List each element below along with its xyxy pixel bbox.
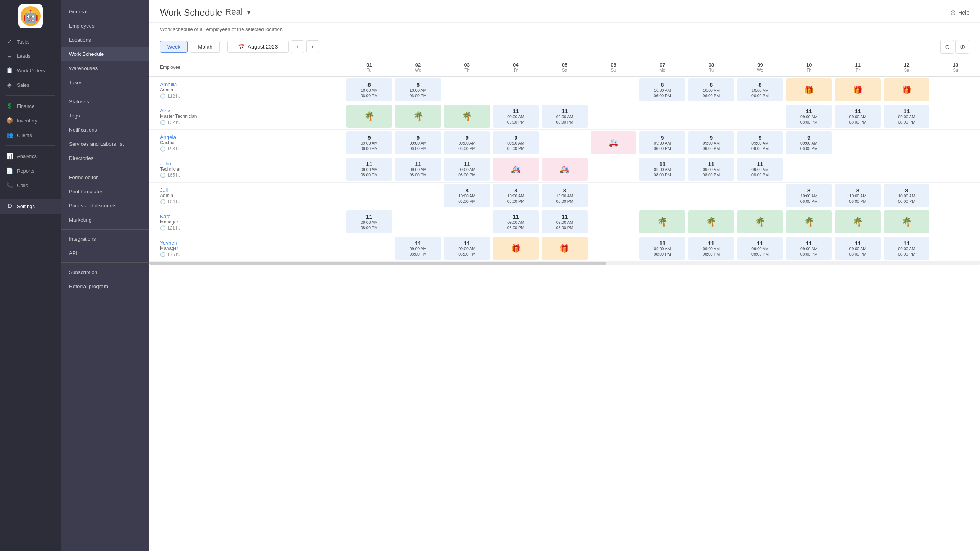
table-cell-shift[interactable]: 11 09:00 AM 08:00 PM — [540, 209, 589, 235]
table-cell-holiday[interactable]: 🎁 — [882, 77, 931, 103]
table-cell-holiday[interactable]: 🎁 — [540, 235, 589, 262]
table-cell-shift[interactable]: 11 09:00 AM 08:00 PM — [882, 103, 931, 130]
table-cell-shift[interactable]: 11 09:00 AM 08:00 PM — [687, 156, 736, 183]
table-cell-shift[interactable]: 11 09:00 AM 08:00 PM — [736, 235, 785, 262]
sec-general[interactable]: General — [61, 5, 149, 19]
nav-work-orders[interactable]: 📋 Work Orders — [0, 63, 61, 78]
week-tab-button[interactable]: Week — [160, 41, 188, 53]
table-cell-vacation[interactable]: 🌴 — [833, 209, 882, 235]
table-cell-shift[interactable]: 11 09:00 AM 08:00 PM — [736, 156, 785, 183]
table-cell-shift[interactable]: 9 09:00 AM 06:00 PM — [736, 130, 785, 156]
table-cell-vacation[interactable]: 🌴 — [882, 209, 931, 235]
employee-name[interactable]: Kate — [160, 214, 337, 219]
sec-print-templates[interactable]: Print templates — [61, 184, 149, 199]
prev-period-button[interactable]: ‹ — [291, 40, 304, 53]
table-cell-shift[interactable]: 9 09:00 AM 06:00 PM — [443, 130, 492, 156]
table-cell-shift[interactable]: 11 09:00 AM 08:00 PM — [638, 235, 687, 262]
sec-statuses[interactable]: Statuses — [61, 95, 149, 109]
help-button[interactable]: ⊙ Help — [950, 8, 969, 17]
table-cell-sick[interactable]: 🚑 — [540, 156, 589, 183]
table-cell-vacation[interactable]: 🌴 — [443, 103, 492, 130]
table-cell-shift[interactable]: 11 09:00 AM 08:00 PM — [394, 235, 443, 262]
schedule-container[interactable]: Employee 01Tu 02We 03Th 04Fr 05Sa 06Su 0… — [149, 58, 980, 551]
scroll-track[interactable] — [149, 262, 980, 265]
table-cell-shift[interactable]: 11 09:00 AM 08:00 PM — [540, 103, 589, 130]
table-cell-vacation[interactable]: 🌴 — [638, 209, 687, 235]
employee-name[interactable]: Alex — [160, 108, 337, 114]
table-cell-shift[interactable]: 8 10:00 AM 06:00 PM — [443, 183, 492, 209]
nav-tasks[interactable]: ✓ Tasks — [0, 34, 61, 49]
table-cell-sick[interactable]: 🚑 — [589, 130, 638, 156]
table-cell-shift[interactable]: 9 09:00 AM 06:00 PM — [492, 130, 541, 156]
nav-calls[interactable]: 📞 Calls — [0, 178, 61, 192]
table-cell-vacation[interactable]: 🌴 — [394, 103, 443, 130]
sec-locations[interactable]: Locations — [61, 33, 149, 47]
sec-notifications[interactable]: Notifications — [61, 123, 149, 137]
sec-warehouses[interactable]: Warehouses — [61, 61, 149, 75]
sec-employees[interactable]: Employees — [61, 19, 149, 33]
table-cell-shift[interactable]: 8 10:00 AM 06:00 PM — [492, 183, 541, 209]
table-cell-vacation[interactable]: 🌴 — [345, 103, 394, 130]
table-cell-shift[interactable]: 8 10:00 AM 06:00 PM — [394, 77, 443, 103]
table-cell-shift[interactable]: 11 09:00 AM 08:00 PM — [784, 235, 833, 262]
table-cell-shift[interactable]: 11 09:00 AM 08:00 PM — [833, 235, 882, 262]
table-cell-shift[interactable]: 11 09:00 AM 08:00 PM — [345, 209, 394, 235]
nav-reports[interactable]: 📄 Reports — [0, 163, 61, 178]
nav-leads[interactable]: ≡ Leads — [0, 49, 61, 63]
employee-name[interactable]: Angela — [160, 134, 337, 140]
zoom-in-button[interactable]: ⊕ — [956, 40, 969, 54]
table-cell-holiday[interactable]: 🎁 — [492, 235, 541, 262]
table-cell-shift[interactable]: 11 09:00 AM 08:00 PM — [784, 103, 833, 130]
table-cell-shift[interactable]: 11 09:00 AM 08:00 PM — [345, 156, 394, 183]
nav-clients[interactable]: 👥 Clients — [0, 128, 61, 142]
table-cell-shift[interactable]: 8 10:00 AM 06:00 PM — [345, 77, 394, 103]
table-cell-shift[interactable]: 11 09:00 AM 08:00 PM — [638, 156, 687, 183]
sec-integrations[interactable]: Integrations — [61, 232, 149, 246]
nav-sales[interactable]: ◈ Sales — [0, 78, 61, 92]
page-title-variant[interactable]: Real ▾ — [225, 7, 250, 18]
table-cell-shift[interactable]: 9 09:00 AM 06:00 PM — [345, 130, 394, 156]
employee-name[interactable]: Juli — [160, 187, 337, 193]
nav-inventory[interactable]: 📦 Inventory — [0, 113, 61, 128]
employee-name[interactable]: John — [160, 161, 337, 166]
table-cell-shift[interactable]: 9 09:00 AM 06:00 PM — [638, 130, 687, 156]
table-cell-shift[interactable]: 8 10:00 AM 06:00 PM — [540, 183, 589, 209]
nav-analytics[interactable]: 📊 Analytics — [0, 149, 61, 163]
nav-finance[interactable]: 💲 Finance — [0, 99, 61, 113]
sec-marketing[interactable]: Marketing — [61, 213, 149, 227]
table-cell-shift[interactable]: 9 09:00 AM 06:00 PM — [394, 130, 443, 156]
month-tab-button[interactable]: Month — [191, 41, 220, 53]
table-cell-shift[interactable]: 11 09:00 AM 08:00 PM — [443, 235, 492, 262]
employee-name[interactable]: Amaliia — [160, 82, 337, 87]
table-cell-shift[interactable]: 9 09:00 AM 06:00 PM — [784, 130, 833, 156]
sec-subscription[interactable]: Subscription — [61, 265, 149, 279]
zoom-out-button[interactable]: ⊖ — [940, 40, 954, 54]
table-cell-vacation[interactable]: 🌴 — [687, 209, 736, 235]
table-cell-shift[interactable]: 8 10:00 AM 06:00 PM — [638, 77, 687, 103]
table-cell-vacation[interactable]: 🌴 — [736, 209, 785, 235]
nav-settings[interactable]: ⚙ Settings — [0, 199, 61, 214]
sec-referral[interactable]: Referral program — [61, 279, 149, 293]
sec-directories[interactable]: Directories — [61, 151, 149, 165]
table-cell-sick[interactable]: 🚑 — [492, 156, 541, 183]
app-logo[interactable]: 🤖 — [18, 4, 43, 28]
sec-api[interactable]: API — [61, 246, 149, 260]
scroll-thumb[interactable] — [149, 262, 606, 265]
table-cell-shift[interactable]: 11 09:00 AM 08:00 PM — [492, 103, 541, 130]
table-cell-shift[interactable]: 8 10:00 AM 06:00 PM — [833, 183, 882, 209]
table-cell-shift[interactable]: 11 09:00 AM 08:00 PM — [687, 235, 736, 262]
table-cell-shift[interactable]: 11 09:00 AM 08:00 PM — [492, 209, 541, 235]
table-cell-shift[interactable]: 8 10:00 AM 06:00 PM — [882, 183, 931, 209]
table-cell-shift[interactable]: 9 09:00 AM 06:00 PM — [687, 130, 736, 156]
table-cell-holiday[interactable]: 🎁 — [833, 77, 882, 103]
table-cell-holiday[interactable]: 🎁 — [784, 77, 833, 103]
table-cell-shift[interactable]: 8 10:00 AM 06:00 PM — [687, 77, 736, 103]
sec-services-labors[interactable]: Services and Labors list — [61, 137, 149, 151]
table-cell-shift[interactable]: 8 10:00 AM 06:00 PM — [736, 77, 785, 103]
sec-prices-discounts[interactable]: Prices and discounts — [61, 199, 149, 213]
table-cell-shift[interactable]: 8 10:00 AM 06:00 PM — [784, 183, 833, 209]
date-display[interactable]: 📅 August 2023 — [227, 41, 289, 53]
table-cell-shift[interactable]: 11 09:00 AM 08:00 PM — [882, 235, 931, 262]
employee-name[interactable]: Yevhen — [160, 240, 337, 246]
table-cell-shift[interactable]: 11 09:00 AM 08:00 PM — [443, 156, 492, 183]
